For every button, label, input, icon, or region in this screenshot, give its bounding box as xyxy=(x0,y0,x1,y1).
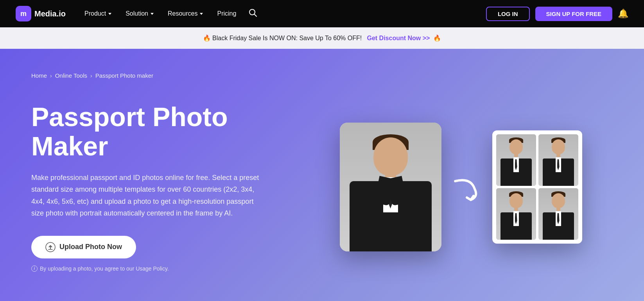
arrow-right-icon xyxy=(449,169,484,205)
logo-text: Media.io xyxy=(34,9,66,18)
notification-bell-icon[interactable]: 🔔 xyxy=(618,9,628,19)
nav-links: Product Solution Resources Pricing xyxy=(78,5,483,22)
upload-photo-button[interactable]: Upload Photo Now xyxy=(31,236,136,258)
login-button[interactable]: LOG IN xyxy=(486,7,530,21)
breadcrumb-home[interactable]: Home xyxy=(31,72,47,79)
passport-cell-1 xyxy=(496,134,536,186)
passport-cell-4 xyxy=(538,188,578,240)
hero-description: Make professional passport and ID photos… xyxy=(31,172,266,219)
breadcrumb-tools[interactable]: Online Tools xyxy=(55,72,87,79)
passport-grid-output xyxy=(492,130,582,244)
passport-original-photo xyxy=(340,123,441,251)
breadcrumb: Home › Online Tools › Passport Photo mak… xyxy=(31,72,613,79)
nav-pricing[interactable]: Pricing xyxy=(211,7,242,20)
usage-policy-note: i By uploading a photo, you agree to our… xyxy=(31,265,285,272)
usage-policy-text: By uploading a photo, you agree to our U… xyxy=(40,265,169,272)
breadcrumb-sep-1: › xyxy=(50,73,52,79)
upload-button-label: Upload Photo Now xyxy=(59,243,122,251)
nav-resources[interactable]: Resources xyxy=(161,7,209,20)
banner-text: 🔥 Black Friday Sale Is NOW ON: Save Up T… xyxy=(203,35,362,41)
svg-line-1 xyxy=(254,14,257,16)
hero-title: Passport Photo Maker xyxy=(31,102,285,161)
chevron-down-icon xyxy=(108,13,111,15)
chevron-down-icon xyxy=(200,13,203,15)
hero-text-block: Passport Photo Maker Make professional p… xyxy=(31,102,285,272)
promo-banner: 🔥 Black Friday Sale Is NOW ON: Save Up T… xyxy=(0,27,644,49)
nav-product[interactable]: Product xyxy=(78,7,118,20)
upload-icon xyxy=(45,242,56,252)
signup-button[interactable]: SIGN UP FOR FREE xyxy=(535,7,612,21)
nav-right: LOG IN SIGN UP FOR FREE 🔔 xyxy=(486,7,628,21)
search-icon xyxy=(249,9,257,17)
hero-images xyxy=(309,109,613,265)
banner-fire-emoji: 🔥 xyxy=(433,35,441,41)
breadcrumb-current: Passport Photo maker xyxy=(95,72,153,79)
arrow-indicator xyxy=(441,169,492,205)
chevron-down-icon xyxy=(151,13,154,15)
passport-cell-3 xyxy=(496,188,536,240)
breadcrumb-sep-2: › xyxy=(90,73,92,79)
info-icon: i xyxy=(31,265,38,272)
hero-section: Home › Online Tools › Passport Photo mak… xyxy=(0,49,644,301)
banner-cta-link[interactable]: Get Discount Now >> xyxy=(367,35,430,41)
navbar: m Media.io Product Solution Resources Pr… xyxy=(0,0,644,27)
logo-icon: m xyxy=(16,6,31,21)
logo[interactable]: m Media.io xyxy=(16,6,66,21)
nav-solution[interactable]: Solution xyxy=(119,7,160,20)
search-button[interactable] xyxy=(244,5,262,22)
passport-cell-2 xyxy=(538,134,578,186)
